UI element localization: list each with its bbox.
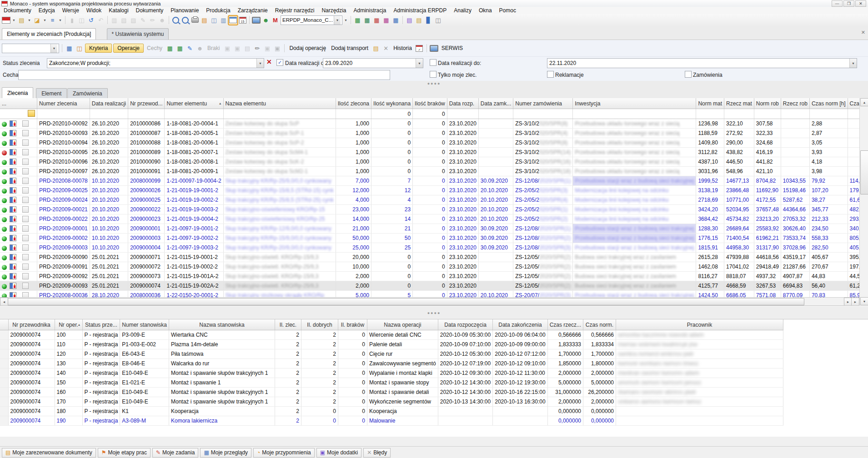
cell-przew[interactable]: 2009000025 [128, 195, 165, 205]
cell-real[interactable]: 20.10.2020 [90, 205, 128, 214]
cell-prac[interactable]: rkwmanv swvmonr wkmrvs piwtr [616, 388, 783, 397]
cell-inw[interactable]: Przebudowa stacji wraz z budową sieci tr… [573, 243, 696, 253]
cell-rzeczmat[interactable]: 548,96 [724, 167, 754, 176]
cell-oper[interactable]: 150 [55, 378, 82, 388]
cell-czasrzecz[interactable]: 405,59 [848, 243, 859, 253]
cell-real[interactable]: 10.10.2020 [90, 243, 128, 253]
column-header-zak[interactable]: Data zakończenia [493, 319, 547, 330]
cell-zam[interactable]: ZS-3/10/2020/SPR(4) [513, 129, 573, 138]
cell-czasrzecz[interactable]: 293,79 [848, 214, 859, 224]
cell-zamk[interactable] [478, 129, 513, 138]
cell-inw[interactable]: Przebudowa stacji wraz z budową sieci tr… [573, 234, 696, 243]
order-chart-icon[interactable] [10, 216, 16, 222]
cell-status[interactable]: P - rejestracja [82, 340, 120, 349]
cell-zlec[interactable]: PRD-202009-00024 [37, 195, 90, 205]
cell-normrob[interactable]: 3267,53 [754, 281, 781, 291]
filter-cell-czasrzecz[interactable] [848, 109, 859, 119]
cell-wyk[interactable]: 0 [371, 148, 413, 157]
minimize-button[interactable]: — [832, 0, 843, 7]
row-checkbox[interactable] [22, 178, 29, 184]
cell-prac[interactable]: kwmsnir wvmkaro nwmsrv tmwsz [616, 359, 783, 368]
cell-rzeczmat[interactable]: 26689,64 [724, 224, 754, 234]
cell-normrob[interactable]: 25583,92 [754, 224, 781, 234]
cell-oper[interactable]: 160 [55, 388, 82, 397]
cell-norm[interactable]: 1,800000 [583, 359, 616, 368]
cell-brakow[interactable]: 0 [338, 388, 367, 397]
cell-dobrych[interactable]: 2 [301, 378, 338, 388]
cell-rzeczrob[interactable] [781, 148, 809, 157]
order-row[interactable]: PRD-202009-0009025.01.202120090000711-21… [0, 253, 859, 262]
cell-zam[interactable]: ZS-2/05/2020/SPR(3) [513, 186, 573, 195]
cell-oper[interactable]: 130 [55, 359, 82, 368]
filter-cell-brak[interactable]: 0 [413, 109, 447, 119]
cell-rzeczmat[interactable]: 47939,88 [724, 253, 754, 262]
cell-brak[interactable]: 0 [413, 205, 447, 214]
cell-prac[interactable]: swmkra nvmwrot wmkrnsv pwtr [616, 349, 783, 359]
column-header-rozp[interactable]: Data rozpoczęcia [438, 319, 492, 330]
cell-stan[interactable]: E10-049-E [120, 368, 169, 378]
cell-elem[interactable]: 1-18-0081-20-0007-1 [165, 148, 223, 157]
cell-czasnorm[interactable]: 107,20 [809, 186, 848, 195]
open-catalog-icon[interactable]: ◪ [33, 16, 41, 25]
cell-real[interactable]: 26.10.2020 [90, 138, 128, 148]
order-row[interactable]: PRD-202009-0002420.10.202020090000251-21… [0, 195, 859, 205]
cell-zam[interactable]: ZS-2/05/2020/SPR(4) [513, 195, 573, 205]
menu-narz-dzia[interactable]: Narzędzia [318, 7, 350, 14]
cell-zlecona[interactable]: 1,000 [336, 119, 371, 129]
cell-czasrzecz[interactable] [848, 138, 859, 148]
cell-przew[interactable]: 2009000074 [8, 330, 55, 340]
cell-zam[interactable]: ZS-3/10/2020/SPR(14) [513, 148, 573, 157]
cell-norm[interactable]: 2,000000 [583, 368, 616, 378]
cell-zam[interactable]: ZS-12/05/2020/SPR(2) [513, 262, 573, 272]
cell-rzeczrob[interactable]: 27053,32 [781, 214, 809, 224]
cell-rzeczmat[interactable]: 446,50 [724, 157, 754, 167]
cell-icons[interactable] [0, 243, 37, 253]
cell-przew[interactable]: 2010000086 [128, 119, 165, 129]
cell-icons[interactable] [0, 262, 37, 272]
cell-ind[interactable] [0, 397, 8, 407]
cell-normrob[interactable]: 8704,82 [754, 176, 781, 186]
cell-normrob[interactable]: 4172,55 [754, 195, 781, 205]
cell-nazwa_st[interactable]: Montaż i spawanie słupów trakcyjnych 1 [169, 368, 275, 378]
cell-normmat[interactable]: 4125,77 [696, 281, 724, 291]
calendar-icon[interactable]: 15 [238, 16, 247, 25]
filter-cell-zlec[interactable] [37, 109, 90, 119]
cell-rzeczrob[interactable]: 37028,96 [781, 243, 809, 253]
cell-przew[interactable]: 2009000026 [128, 186, 165, 195]
cell-normrob[interactable]: 421,10 [754, 167, 781, 176]
cell-elem[interactable]: 1-21-0097-19-0003-2 [165, 243, 223, 253]
cell-normmat[interactable]: 3031,96 [696, 167, 724, 176]
cell-czasnorm[interactable]: 345,77 [809, 205, 848, 214]
cell-zamk[interactable]: 30.09.2020 [478, 224, 513, 234]
cell-elem[interactable]: 1-21-0097-19-0001-2 [165, 224, 223, 234]
order-row[interactable]: PRD-202010-0009426.10.202020100000881-18… [0, 138, 859, 148]
cell-rzeczmat[interactable]: 272,92 [724, 129, 754, 138]
cell-nazwa[interactable]: Słup trakcyjno-oświetleniowy KRO/Rp-25 [223, 214, 336, 224]
cell-stan[interactable]: E1-021-E [120, 378, 169, 388]
cell-operacja[interactable]: Cięcie rur [367, 349, 438, 359]
cecha-input[interactable] [18, 70, 390, 80]
cell-brakow[interactable]: 0 [338, 378, 367, 388]
cell-wyk[interactable]: 25 [371, 243, 413, 253]
edit-user-icon[interactable]: ✎ [186, 44, 194, 53]
cell-zlec[interactable]: 2 [275, 416, 301, 426]
menu-administracja-erpdp[interactable]: Administracja ERPDP [390, 7, 451, 14]
cell-nazwa[interactable]: Słup trakcyjny KR/Rp-25/8,5 (STRd-25) cy… [223, 195, 336, 205]
column-header-nazwa_st[interactable]: Nazwa stanowiska [169, 319, 275, 330]
cell-zlecona[interactable]: 7,000 [336, 176, 371, 186]
cell-elem[interactable]: 1-21-0115-19-002A-2 [165, 281, 223, 291]
cell-inw[interactable]: Przebudowa układu torowego wraz z siecią [573, 138, 696, 148]
cell-zamk[interactable] [478, 148, 513, 157]
cell-norm[interactable]: 0,000000 [583, 407, 616, 416]
row-checkbox[interactable] [22, 254, 29, 260]
cell-nazwa[interactable]: Słup trakcyjny KR/Rp-20/9,0/0,0 cynkowan… [223, 243, 336, 253]
cell-wyk[interactable]: 0 [371, 157, 413, 167]
cell-normmat[interactable]: 1999,52 [696, 176, 724, 186]
cell-normrob[interactable]: 37657,48 [754, 205, 781, 214]
cell-real[interactable]: 25.01.2021 [90, 272, 128, 281]
cell-nazwa_st[interactable]: Wiertarka CNC [169, 330, 275, 340]
cell-normmat[interactable]: 1776,15 [696, 234, 724, 243]
cell-stan[interactable]: E10-049-E [120, 397, 169, 407]
cell-zamk[interactable]: 30.09.2020 [478, 243, 513, 253]
order-chart-icon[interactable] [10, 187, 16, 194]
